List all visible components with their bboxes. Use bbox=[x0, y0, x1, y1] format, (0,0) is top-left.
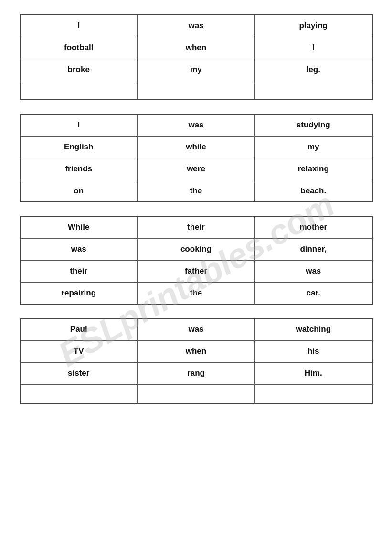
table-cell: their bbox=[20, 260, 138, 282]
table-cell: sister bbox=[20, 362, 138, 384]
table-cell: I bbox=[20, 15, 138, 37]
table-cell: football bbox=[20, 37, 138, 59]
table-cell: friends bbox=[20, 158, 138, 180]
table-row bbox=[20, 81, 372, 100]
table-cell: father bbox=[138, 260, 255, 282]
table-cell: rang bbox=[138, 362, 255, 384]
table-row: brokemyleg. bbox=[20, 59, 372, 81]
table-cell: Him. bbox=[255, 362, 372, 384]
table-cell: leg. bbox=[255, 59, 372, 81]
table-cell: Paul bbox=[20, 318, 138, 340]
table-cell: the bbox=[138, 180, 255, 202]
word-table-4: PaulwaswatchingTVwhenhissisterrangHim. bbox=[20, 318, 373, 404]
table-cell: my bbox=[138, 59, 255, 81]
table-row: Englishwhilemy bbox=[20, 136, 372, 158]
table-cell bbox=[138, 384, 255, 403]
table-cell: when bbox=[138, 37, 255, 59]
table-row: repairingthecar. bbox=[20, 282, 372, 304]
table-cell: his bbox=[255, 340, 372, 362]
table-cell: was bbox=[20, 238, 138, 260]
table-cell: the bbox=[138, 282, 255, 304]
table-cell: was bbox=[138, 318, 255, 340]
word-table-3: Whiletheirmotherwascookingdinner,theirfa… bbox=[20, 216, 373, 305]
table-row: Paulwaswatching bbox=[20, 318, 372, 340]
table-cell bbox=[255, 81, 372, 100]
table-cell: I bbox=[255, 37, 372, 59]
table-cell: cooking bbox=[138, 238, 255, 260]
table-row: friendswererelaxing bbox=[20, 158, 372, 180]
table-row: wascookingdinner, bbox=[20, 238, 372, 260]
table-cell: English bbox=[20, 136, 138, 158]
table-cell bbox=[255, 384, 372, 403]
table-cell: mother bbox=[255, 216, 372, 238]
table-cell: watching bbox=[255, 318, 372, 340]
word-table-2: IwasstudyingEnglishwhilemyfriendswererel… bbox=[20, 114, 373, 202]
table-cell: my bbox=[255, 136, 372, 158]
table-cell bbox=[20, 81, 138, 100]
table-cell: While bbox=[20, 216, 138, 238]
table-cell: on bbox=[20, 180, 138, 202]
table-cell: car. bbox=[255, 282, 372, 304]
table-cell: their bbox=[138, 216, 255, 238]
table-row: TVwhenhis bbox=[20, 340, 372, 362]
table-row: footballwhenI bbox=[20, 37, 372, 59]
table-cell: beach. bbox=[255, 180, 372, 202]
table-cell: repairing bbox=[20, 282, 138, 304]
table-cell: dinner, bbox=[255, 238, 372, 260]
table-cell: was bbox=[138, 114, 255, 136]
table-cell: I bbox=[20, 114, 138, 136]
table-cell: when bbox=[138, 340, 255, 362]
table-cell bbox=[138, 81, 255, 100]
table-row: Iwasstudying bbox=[20, 114, 372, 136]
table-row bbox=[20, 384, 372, 403]
table-cell bbox=[20, 384, 138, 403]
table-cell: were bbox=[138, 158, 255, 180]
table-row: onthebeach. bbox=[20, 180, 372, 202]
table-cell: broke bbox=[20, 59, 138, 81]
table-cell: was bbox=[255, 260, 372, 282]
table-row: Whiletheirmother bbox=[20, 216, 372, 238]
word-table-1: IwasplayingfootballwhenIbrokemyleg. bbox=[20, 14, 373, 100]
table-row: theirfatherwas bbox=[20, 260, 372, 282]
table-cell: studying bbox=[255, 114, 372, 136]
table-cell: was bbox=[138, 15, 255, 37]
table-row: sisterrangHim. bbox=[20, 362, 372, 384]
table-row: Iwasplaying bbox=[20, 15, 372, 37]
tables-container: IwasplayingfootballwhenIbrokemyleg.Iwass… bbox=[20, 14, 373, 404]
table-cell: playing bbox=[255, 15, 372, 37]
table-cell: relaxing bbox=[255, 158, 372, 180]
table-cell: while bbox=[138, 136, 255, 158]
table-cell: TV bbox=[20, 340, 138, 362]
